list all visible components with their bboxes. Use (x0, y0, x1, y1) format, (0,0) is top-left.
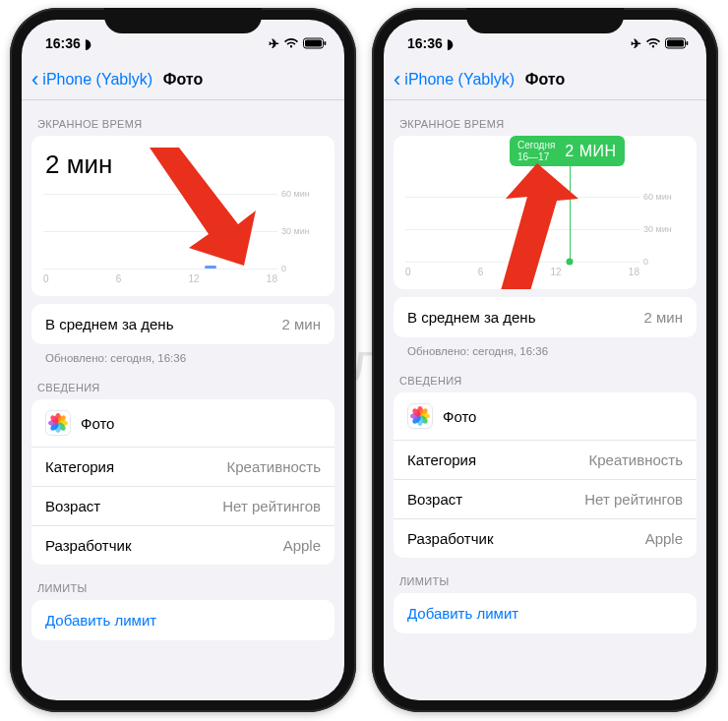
info-card: Фото Категория Креативность Возраст Нет … (394, 392, 697, 558)
x-axis-labels: 0 6 12 18 (405, 267, 639, 277)
wifi-icon (283, 37, 299, 49)
info-row-app: Фото (31, 399, 334, 447)
tooltip-stem (570, 163, 572, 262)
phone-frame-left: 16:36 ◗ ✈ ‹ iPhone (Yablyk) Фото ЭКРАННО… (10, 8, 356, 712)
app-name: Фото (81, 415, 114, 432)
status-time: 16:36 (45, 35, 81, 51)
info-row-developer: Разработчик Apple (31, 525, 334, 565)
svg-rect-14 (687, 41, 689, 45)
usage-chart[interactable]: 60 мин 30 мин 0 0 6 12 18 (405, 189, 685, 277)
page-title: Фото (163, 71, 203, 89)
section-header-screen-time: ЭКРАННОЕ ВРЕМЯ (384, 100, 706, 136)
tooltip-range: 16—17 (517, 151, 555, 163)
back-label: iPhone (Yablyk) (42, 71, 152, 89)
avg-row: В среднем за день 2 мин (31, 304, 334, 344)
info-row-category: Категория Креативность (394, 440, 697, 479)
svg-rect-1 (305, 40, 322, 47)
tooltip-dot (566, 259, 573, 266)
airplane-icon: ✈ (269, 36, 279, 51)
usage-chart[interactable]: 60 мин 30 мин 0 0 6 12 18 (43, 186, 323, 284)
info-row-developer: Разработчик Apple (394, 518, 697, 558)
do-not-disturb-icon: ◗ (85, 36, 91, 51)
info-row-category: Категория Креативность (31, 447, 334, 486)
info-card: Фото Категория Креативность Возраст Нет … (31, 399, 334, 565)
usage-chart-card: 2 мин 60 мин 30 мин 0 0 (31, 136, 334, 296)
tooltip-day: Сегодня (517, 140, 555, 151)
phone-frame-right: 16:36 ◗ ✈ ‹ iPhone (Yablyk) Фото ЭКРАННО… (372, 8, 718, 712)
battery-icon (665, 37, 689, 49)
chart-tooltip: Сегодня 16—17 2 МИН (510, 136, 625, 166)
add-limit-button[interactable]: Добавить лимит (394, 593, 697, 633)
nav-bar: ‹ iPhone (Yablyk) Фото (22, 59, 344, 100)
back-button[interactable]: ‹ iPhone (Yablyk) (394, 69, 515, 90)
avg-value: 2 мин (644, 309, 684, 326)
y-axis-labels: 60 мин 30 мин 0 (279, 194, 323, 269)
usage-total: 2 мин (43, 148, 323, 180)
nav-bar: ‹ iPhone (Yablyk) Фото (384, 59, 706, 100)
svg-rect-2 (325, 41, 327, 45)
svg-rect-13 (667, 40, 684, 47)
chevron-left-icon: ‹ (394, 69, 400, 90)
section-header-info: СВЕДЕНИЯ (22, 364, 344, 399)
back-label: iPhone (Yablyk) (404, 71, 515, 89)
photos-app-icon (407, 403, 433, 429)
info-row-age: Возраст Нет рейтингов (394, 479, 697, 518)
notch (466, 8, 624, 33)
battery-icon (303, 37, 327, 49)
updated-note: Обновлено: сегодня, 16:36 (22, 344, 344, 364)
chevron-left-icon: ‹ (31, 69, 38, 90)
photos-app-icon (45, 410, 71, 436)
screen-right: 16:36 ◗ ✈ ‹ iPhone (Yablyk) Фото ЭКРАННО… (384, 20, 706, 700)
info-row-app: Фото (394, 392, 697, 440)
avg-card: В среднем за день 2 мин (31, 304, 334, 344)
back-button[interactable]: ‹ iPhone (Yablyk) (31, 69, 152, 90)
section-header-info: СВЕДЕНИЯ (384, 357, 706, 392)
avg-label: В среднем за день (407, 309, 535, 326)
y-axis-labels: 60 мин 30 мин 0 (641, 197, 685, 262)
status-time: 16:36 (407, 35, 443, 51)
avg-card: В среднем за день 2 мин (394, 297, 697, 337)
avg-row: В среднем за день 2 мин (394, 297, 697, 337)
avg-value: 2 мин (282, 316, 322, 332)
chart-bar[interactable] (205, 266, 216, 269)
add-limit-button[interactable]: Добавить лимит (31, 600, 334, 640)
do-not-disturb-icon: ◗ (447, 36, 454, 51)
wifi-icon (645, 37, 661, 49)
airplane-icon: ✈ (631, 36, 641, 51)
x-axis-labels: 0 6 12 18 (43, 273, 277, 284)
section-header-screen-time: ЭКРАННОЕ ВРЕМЯ (22, 100, 344, 136)
avg-label: В среднем за день (45, 316, 173, 332)
tooltip-value: 2 МИН (565, 143, 616, 160)
page-title: Фото (525, 71, 565, 89)
usage-chart-card: Сегодня 16—17 2 МИН 60 мин (394, 136, 697, 289)
screen-left: 16:36 ◗ ✈ ‹ iPhone (Yablyk) Фото ЭКРАННО… (22, 20, 344, 700)
notch (104, 8, 262, 33)
section-header-limits: ЛИМИТЫ (384, 558, 706, 593)
app-name: Фото (443, 408, 476, 425)
section-header-limits: ЛИМИТЫ (22, 565, 344, 600)
updated-note: Обновлено: сегодня, 16:36 (384, 337, 706, 357)
info-row-age: Возраст Нет рейтингов (31, 486, 334, 525)
